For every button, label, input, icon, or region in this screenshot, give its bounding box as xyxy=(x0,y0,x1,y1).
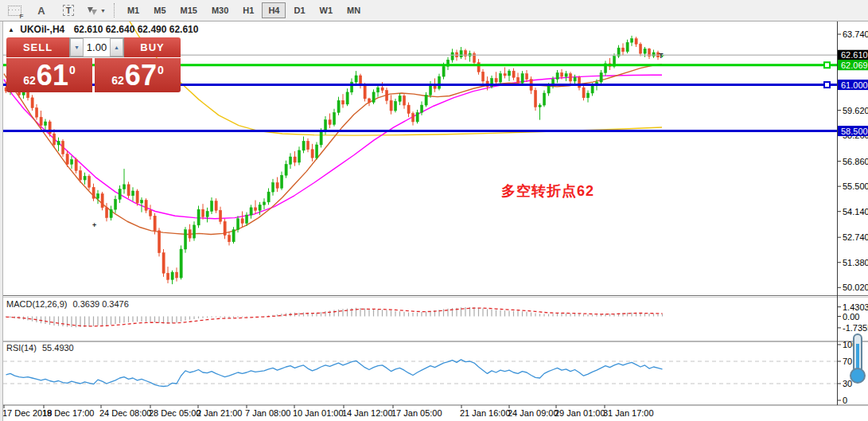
letter-a-icon: A xyxy=(37,5,45,17)
timeframe-m1[interactable]: M1 xyxy=(121,2,146,18)
svg-text:1.4303: 1.4303 xyxy=(843,302,868,312)
chart-annotation-text: 多空转折点62 xyxy=(501,181,594,201)
timeframe-w1[interactable]: W1 xyxy=(313,2,340,18)
time-axis: 17 Dec 201819 Dec 17:0024 Dec 08:0028 De… xyxy=(2,405,654,418)
sell-price-main: 61 xyxy=(37,60,68,92)
rsi-indicator-label: RSI(14) 55.4930 xyxy=(6,343,74,353)
dropdown-caret-icon: ▼ xyxy=(100,8,106,14)
window-left-border xyxy=(0,21,3,421)
toolbar-separator xyxy=(114,3,115,18)
svg-text:50.020: 50.020 xyxy=(843,283,868,292)
rsi-name: RSI(14) xyxy=(6,343,37,353)
svg-text:55.500: 55.500 xyxy=(843,181,868,191)
svg-text:31 Jan 17:00: 31 Jan 17:00 xyxy=(603,408,654,418)
svg-text:58.500: 58.500 xyxy=(841,127,868,136)
line-anchor-marker xyxy=(824,62,830,68)
svg-text:63.740: 63.740 xyxy=(843,29,868,39)
chart-header: ▲ UKOil-,H4 62.610 62.640 62.490 62.610 xyxy=(8,24,198,35)
diamond-arrows-icon xyxy=(86,6,99,16)
svg-text:62.069: 62.069 xyxy=(841,60,868,70)
svg-text:-1.7355: -1.7355 xyxy=(843,323,868,333)
symbol-title: UKOil-,H4 xyxy=(20,24,64,35)
macd-values: 0.3639 0.3476 xyxy=(72,299,128,309)
svg-text:24 Jan 09:00: 24 Jan 09:00 xyxy=(508,408,559,418)
cursor-mark: + xyxy=(92,221,96,229)
svg-text:51.380: 51.380 xyxy=(843,258,868,267)
buy-button[interactable]: BUY xyxy=(124,37,181,57)
volume-box: ▼ 1.00 ▲ xyxy=(69,37,124,57)
rsi-line xyxy=(6,360,663,387)
timeframe-group: M1M5M15M30H1H4D1W1MN xyxy=(120,2,368,18)
svg-text:17 Jan 05:00: 17 Jan 05:00 xyxy=(391,408,442,418)
svg-text:61.000: 61.000 xyxy=(841,80,868,90)
thermometer-indicator xyxy=(848,333,867,388)
ohlc-readout: 62.610 62.640 62.490 62.610 xyxy=(74,24,199,35)
buy-price-button[interactable]: 62 67 0 xyxy=(95,58,181,92)
collapse-triangle-icon[interactable]: ▲ xyxy=(8,26,14,33)
thermometer-icon xyxy=(848,333,867,385)
rsi-value: 55.4930 xyxy=(42,343,74,353)
svg-text:0.00: 0.00 xyxy=(843,312,859,322)
svg-text:52.740: 52.740 xyxy=(843,232,868,242)
timeframe-m5[interactable]: M5 xyxy=(147,2,172,18)
svg-text:59.620: 59.620 xyxy=(843,106,868,115)
timeframe-mn[interactable]: MN xyxy=(341,2,367,18)
letter-t-icon: T xyxy=(63,5,75,16)
timeframe-d1[interactable]: D1 xyxy=(287,2,311,18)
macd-pane xyxy=(6,307,663,327)
buy-price-prefix: 62 xyxy=(111,74,124,87)
svg-text:2 Jan 21:00: 2 Jan 21:00 xyxy=(197,408,243,418)
svg-text:56.860: 56.860 xyxy=(843,157,868,166)
sell-price-button[interactable]: 62 61 0 xyxy=(6,58,92,92)
macd-indicator-label: MACD(12,26,9) 0.3639 0.3476 xyxy=(6,299,129,309)
svg-text:29 Jan 01:00: 29 Jan 01:00 xyxy=(555,408,605,418)
sell-price-prefix: 62 xyxy=(23,74,36,87)
sell-button[interactable]: SELL xyxy=(6,37,69,57)
buy-price-main: 67 xyxy=(125,60,157,92)
svg-text:19 Dec 17:00: 19 Dec 17:00 xyxy=(42,408,94,418)
svg-text:54.140: 54.140 xyxy=(843,207,868,216)
svg-text:24 Dec 08:00: 24 Dec 08:00 xyxy=(99,408,151,418)
yellow-ma-line xyxy=(121,7,662,135)
svg-text:10 Jan 01:00: 10 Jan 01:00 xyxy=(293,408,344,418)
object-grid-tool[interactable]: F xyxy=(5,2,24,19)
volume-decrease-button[interactable]: ▼ xyxy=(70,38,84,57)
one-click-trade-panel: SELL ▼ 1.00 ▲ BUY 62 61 0 62 67 0 xyxy=(6,37,181,92)
line-anchor-marker xyxy=(824,82,830,88)
mt4-window: { "toolbar": { "grid_tool_letter": "F", … xyxy=(0,0,868,421)
grid-icon: F xyxy=(8,6,21,16)
rsi-pane xyxy=(3,360,837,387)
timeframe-h4[interactable]: H4 xyxy=(262,2,286,18)
arrows-tool[interactable]: ▼ xyxy=(86,2,106,19)
timeframe-m15[interactable]: M15 xyxy=(174,2,204,18)
svg-text:7 Jan 08:00: 7 Jan 08:00 xyxy=(245,408,291,418)
svg-text:14 Jan 12:00: 14 Jan 12:00 xyxy=(342,408,393,418)
toolbar: F A T ▼ M1M5M15M30H1H4D1W1MN xyxy=(0,0,868,21)
svg-text:21 Jan 16:00: 21 Jan 16:00 xyxy=(460,408,511,418)
macd-name: MACD(12,26,9) xyxy=(6,299,67,309)
svg-text:0: 0 xyxy=(843,396,847,405)
timeframe-h1[interactable]: H1 xyxy=(236,2,260,18)
svg-text:28 Dec 05:00: 28 Dec 05:00 xyxy=(149,408,200,418)
volume-field[interactable]: 1.00 xyxy=(84,38,110,57)
svg-text:62.610: 62.610 xyxy=(841,50,868,60)
text-tool[interactable]: T xyxy=(59,2,78,19)
timeframe-m30[interactable]: M30 xyxy=(205,2,235,18)
cursor-mark: T xyxy=(659,52,664,60)
volume-increase-button[interactable]: ▲ xyxy=(110,38,123,57)
buy-price-sup: 0 xyxy=(158,64,164,76)
text-label-tool[interactable]: A xyxy=(32,2,51,19)
sell-price-sup: 0 xyxy=(69,64,76,76)
